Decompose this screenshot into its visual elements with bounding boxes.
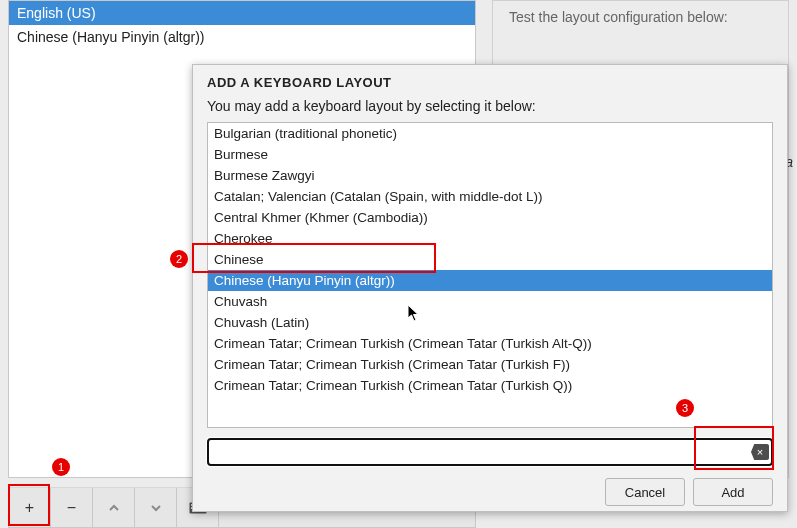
app-root: English (US) Chinese (Hanyu Pinyin (altg… [0, 0, 797, 528]
available-layout-item[interactable]: Catalan; Valencian (Catalan (Spain, with… [208, 186, 772, 207]
available-layouts-list[interactable]: Bulgarian (traditional phonetic)BurmeseB… [207, 122, 773, 428]
available-layout-item[interactable]: Crimean Tatar; Crimean Turkish (Crimean … [208, 354, 772, 375]
available-layout-item[interactable]: Burmese Zawgyi [208, 165, 772, 186]
available-layout-item[interactable]: Crimean Tatar; Crimean Turkish (Crimean … [208, 333, 772, 354]
cancel-button[interactable]: Cancel [605, 478, 685, 506]
dialog-title: ADD A KEYBOARD LAYOUT [207, 75, 773, 90]
installed-layout-row[interactable]: English (US) [9, 1, 475, 25]
available-layout-item[interactable]: Crimean Tatar; Crimean Turkish (Crimean … [208, 375, 772, 396]
available-layout-item[interactable]: Chinese [208, 249, 772, 270]
available-layout-item[interactable]: Bulgarian (traditional phonetic) [208, 123, 772, 144]
search-row: × [207, 438, 773, 466]
test-area-label: Test the layout configuration below: [509, 9, 728, 25]
dialog-subtitle: You may add a keyboard layout by selecti… [193, 92, 787, 122]
dialog-button-row: Cancel Add [193, 466, 787, 518]
available-layout-item[interactable]: Cherokee [208, 228, 772, 249]
available-layout-item[interactable]: Chuvash (Latin) [208, 312, 772, 333]
installed-layout-label: English (US) [17, 5, 96, 21]
add-keyboard-layout-dialog: ADD A KEYBOARD LAYOUT You may add a keyb… [192, 64, 788, 512]
clear-search-icon[interactable]: × [751, 444, 769, 460]
layout-search-input[interactable] [207, 438, 773, 466]
available-layout-item[interactable]: Chuvash [208, 291, 772, 312]
modal-backdrop: ADD A KEYBOARD LAYOUT You may add a keyb… [0, 32, 797, 528]
available-layout-item[interactable]: Burmese [208, 144, 772, 165]
available-layout-item[interactable]: Central Khmer (Khmer (Cambodia)) [208, 207, 772, 228]
add-button[interactable]: Add [693, 478, 773, 506]
dialog-header: ADD A KEYBOARD LAYOUT [193, 65, 787, 92]
available-layout-item[interactable]: Chinese (Hanyu Pinyin (altgr)) [208, 270, 772, 291]
